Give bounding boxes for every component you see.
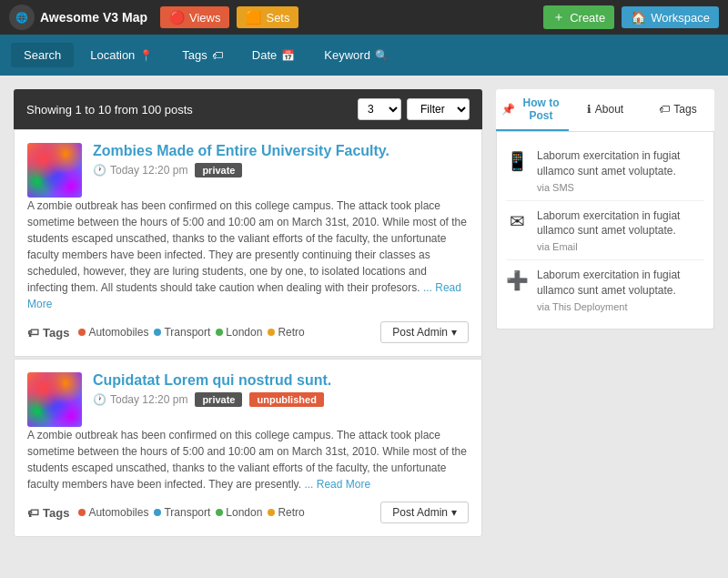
sidebar-tabs: 📌 How to Post ℹ About 🏷 Tags bbox=[496, 89, 714, 132]
sidebar-item-content: Laborum exercitation in fugiat ullamco s… bbox=[537, 148, 704, 193]
post-time-row: 🕐 Today 12:20 pm private bbox=[93, 163, 469, 177]
create-button[interactable]: ＋ Create bbox=[543, 5, 614, 29]
per-page-select[interactable]: 3 5 10 bbox=[358, 98, 401, 120]
workspace-button[interactable]: 🏠 Workspace bbox=[622, 6, 719, 28]
sidebar-item-via: via Email bbox=[537, 241, 704, 252]
date-tab-label: Date bbox=[252, 48, 277, 62]
tags-icon: 🏷 bbox=[212, 49, 223, 62]
views-icon: 🔴 bbox=[169, 10, 185, 25]
tag-retro: Retro bbox=[268, 506, 304, 519]
tags-tab[interactable]: Tags 🏷 bbox=[169, 43, 235, 67]
post-thumbnail bbox=[27, 372, 82, 427]
tag-dot bbox=[154, 509, 161, 516]
sets-button[interactable]: 🟧 Sets bbox=[237, 6, 298, 28]
post-tags: 🏷 Tags Automobiles Transport London bbox=[27, 506, 305, 520]
views-button[interactable]: 🔴 Views bbox=[160, 6, 229, 28]
post-admin-button[interactable]: Post Admin ▾ bbox=[380, 321, 469, 343]
date-icon: 📅 bbox=[281, 49, 295, 62]
sidebar-item-text: Laborum exercitation in fugiat ullamco s… bbox=[537, 148, 704, 179]
tag-dot bbox=[154, 329, 161, 336]
post-footer: 🏷 Tags Automobiles Transport London bbox=[27, 502, 469, 523]
location-tab[interactable]: Location 📍 bbox=[77, 43, 166, 67]
clock-icon: 🕐 bbox=[93, 393, 106, 406]
workspace-icon: 🏠 bbox=[631, 10, 646, 25]
tag-dot bbox=[78, 329, 86, 336]
tags-label: 🏷 Tags bbox=[27, 326, 69, 340]
sidebar-body: 📱 Laborum exercitation in fugiat ullamco… bbox=[496, 132, 714, 330]
search-bar: Search Location 📍 Tags 🏷 Date 📅 Keyword … bbox=[0, 35, 728, 76]
tag-dot bbox=[216, 329, 223, 336]
sidebar-item-sms: 📱 Laborum exercitation in fugiat ullamco… bbox=[506, 141, 704, 201]
sidebar-item-via: via SMS bbox=[537, 182, 704, 193]
sidebar-item-email: ✉ Laborum exercitation in fugiat ullamco… bbox=[506, 201, 704, 261]
tab-tags[interactable]: 🏷 Tags bbox=[642, 89, 714, 131]
post-meta: Zombies Made of Entire University Facult… bbox=[93, 143, 469, 183]
tag-london: London bbox=[216, 506, 262, 519]
dropdown-icon: ▾ bbox=[451, 326, 457, 339]
tag-dot bbox=[268, 329, 275, 336]
showing-text: Showing 1 to 10 from 100 posts bbox=[26, 103, 193, 117]
pin-icon: 📌 bbox=[501, 103, 515, 116]
plus-icon: ➕ bbox=[506, 269, 528, 291]
tags-label: 🏷 Tags bbox=[27, 506, 69, 520]
post-body: A zombie outbreak has been confirmed on … bbox=[27, 427, 469, 492]
search-tab-label: Search bbox=[24, 48, 61, 62]
post-footer: 🏷 Tags Automobiles Transport London bbox=[27, 321, 469, 343]
sets-icon: 🟧 bbox=[246, 10, 261, 25]
top-nav: 🌐 Awesome V3 Map 🔴 Views 🟧 Sets ＋ Create… bbox=[0, 0, 728, 35]
tag-transport: Transport bbox=[154, 506, 210, 519]
keyword-tab-label: Keyword bbox=[324, 48, 370, 62]
private-badge: private bbox=[195, 163, 242, 177]
post-title[interactable]: Zombies Made of Entire University Facult… bbox=[93, 143, 469, 159]
post-tags: 🏷 Tags Automobiles Transport London bbox=[27, 326, 305, 340]
location-icon: 📍 bbox=[139, 49, 153, 62]
app-title: Awesome V3 Map bbox=[40, 10, 147, 25]
tags-icon-sm: 🏷 bbox=[27, 506, 39, 520]
email-icon: ✉ bbox=[506, 210, 528, 232]
posts-controls: 3 5 10 Filter bbox=[358, 98, 470, 120]
tag-automobiles: Automobiles bbox=[78, 326, 148, 339]
mobile-icon: 📱 bbox=[506, 150, 528, 172]
logo-icon: 🌐 bbox=[9, 5, 35, 30]
clock-icon: 🕐 bbox=[93, 164, 106, 177]
sidebar-item-deployment: ➕ Laborum exercitation in fugiat ullamco… bbox=[506, 260, 704, 319]
tag-dot bbox=[216, 509, 223, 516]
tag-retro: Retro bbox=[268, 326, 304, 339]
post-card: Zombies Made of Entire University Facult… bbox=[14, 129, 482, 357]
sidebar-item-content: Laborum exercitation in fugiat ullamco s… bbox=[537, 208, 704, 253]
tab-how-to-post[interactable]: 📌 How to Post bbox=[496, 89, 569, 131]
date-tab[interactable]: Date 📅 bbox=[239, 43, 308, 67]
location-tab-label: Location bbox=[90, 48, 135, 62]
tags-icon-sm: 🏷 bbox=[27, 326, 39, 340]
post-header: Cupidatat Lorem qui nostrud sunt. 🕐 Toda… bbox=[27, 372, 469, 427]
sidebar-item-text: Laborum exercitation in fugiat ullamco s… bbox=[537, 208, 704, 239]
post-admin-button[interactable]: Post Admin ▾ bbox=[380, 502, 469, 523]
keyword-icon: 🔍 bbox=[375, 49, 389, 62]
tag-dot bbox=[78, 509, 86, 516]
info-icon: ℹ bbox=[587, 103, 592, 116]
sidebar-item-content: Laborum exercitation in fugiat ullamco s… bbox=[537, 268, 704, 312]
read-more-link[interactable]: ... Read More bbox=[304, 478, 370, 491]
main-content: Showing 1 to 10 from 100 posts 3 5 10 Fi… bbox=[0, 76, 728, 553]
tab-about[interactable]: ℹ About bbox=[569, 89, 642, 131]
tag-transport: Transport bbox=[154, 326, 210, 339]
tag-icon: 🏷 bbox=[659, 103, 670, 116]
post-time: 🕐 Today 12:20 pm bbox=[93, 393, 187, 406]
post-time: 🕐 Today 12:20 pm bbox=[93, 164, 187, 177]
unpublished-badge: unpublished bbox=[249, 392, 323, 407]
sidebar: 📌 How to Post ℹ About 🏷 Tags 📱 Laborum e… bbox=[496, 89, 714, 539]
dropdown-icon: ▾ bbox=[451, 506, 457, 519]
post-card: Cupidatat Lorem qui nostrud sunt. 🕐 Toda… bbox=[14, 359, 482, 537]
filter-select[interactable]: Filter bbox=[407, 98, 470, 120]
posts-section: Showing 1 to 10 from 100 posts 3 5 10 Fi… bbox=[14, 89, 482, 539]
tag-dot bbox=[268, 509, 275, 516]
app-logo: 🌐 Awesome V3 Map bbox=[9, 5, 147, 30]
post-title[interactable]: Cupidatat Lorem qui nostrud sunt. bbox=[93, 372, 469, 389]
post-time-row: 🕐 Today 12:20 pm private unpublished bbox=[93, 392, 469, 407]
posts-header: Showing 1 to 10 from 100 posts 3 5 10 Fi… bbox=[14, 89, 482, 129]
create-icon: ＋ bbox=[552, 9, 565, 25]
tag-london: London bbox=[216, 326, 262, 339]
keyword-tab[interactable]: Keyword 🔍 bbox=[311, 43, 401, 67]
post-thumbnail bbox=[27, 143, 82, 198]
search-tab[interactable]: Search bbox=[11, 43, 74, 67]
